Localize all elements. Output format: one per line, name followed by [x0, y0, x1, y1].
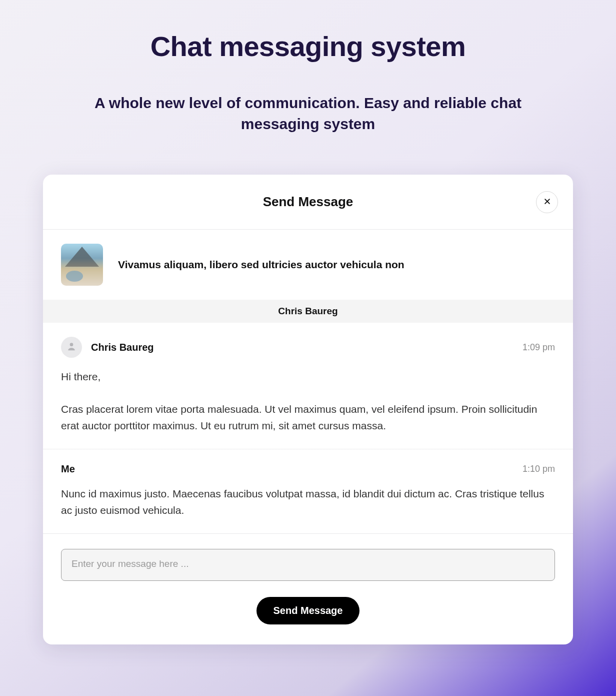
listing-row: Vivamus aliquam, libero sed ultricies au…	[43, 230, 573, 300]
avatar	[61, 337, 82, 358]
message-item: Me 1:10 pm Nunc id maximus justo. Maecen…	[43, 449, 573, 533]
page-title: Chat messaging system	[0, 30, 616, 63]
message-body: Nunc id maximus justo. Maecenas faucibus…	[61, 486, 555, 518]
modal-header: Send Message	[43, 175, 573, 230]
message-item: Chris Baureg 1:09 pm Hi there, Cras plac…	[43, 323, 573, 449]
send-message-modal: Send Message Vivamus aliquam, libero sed…	[43, 175, 573, 644]
modal-title: Send Message	[263, 194, 354, 210]
page-subtitle: A whole new level of communication. Easy…	[83, 93, 533, 135]
message-header: Chris Baureg 1:09 pm	[61, 337, 555, 358]
message-body: Hi there, Cras placerat lorem vitae port…	[61, 369, 555, 434]
listing-title: Vivamus aliquam, libero sed ultricies au…	[118, 259, 404, 271]
close-icon	[544, 198, 551, 207]
message-sender: Me	[61, 463, 75, 475]
message-sender: Chris Baureg	[91, 342, 154, 353]
send-message-button[interactable]: Send Message	[256, 597, 360, 624]
svg-point-2	[70, 343, 74, 346]
message-header: Me 1:10 pm	[61, 463, 555, 475]
listing-thumbnail	[61, 244, 103, 286]
participant-bar: Chris Baureg	[43, 300, 573, 323]
message-input[interactable]	[61, 549, 555, 581]
message-time: 1:10 pm	[522, 464, 555, 474]
composer: Send Message	[43, 534, 573, 644]
message-list[interactable]: Chris Baureg 1:09 pm Hi there, Cras plac…	[43, 323, 573, 534]
person-icon	[66, 341, 76, 353]
message-time: 1:09 pm	[522, 342, 555, 353]
close-button[interactable]	[536, 191, 558, 213]
